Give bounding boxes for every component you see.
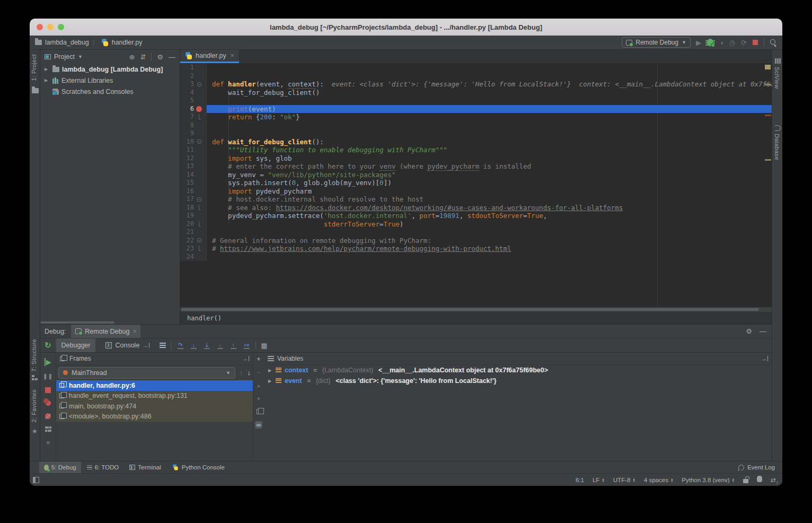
breadcrumb-project[interactable]: lambda_debug [45, 39, 89, 46]
debug-button[interactable] [707, 39, 713, 46]
code-line[interactable]: 13 # enter the correct path here to your… [180, 162, 772, 171]
fold-column[interactable] [194, 237, 206, 245]
gutter[interactable]: 7 [180, 113, 207, 121]
error-stripe[interactable] [764, 64, 772, 307]
tool-window-toggle-icon[interactable] [33, 477, 39, 483]
fold-column[interactable] [194, 129, 206, 138]
editor-tab-handler-py[interactable]: handler.py × [180, 50, 239, 63]
code-line[interactable]: 10def wait_for_debug_client(): [180, 138, 772, 146]
pause-program-button[interactable]: ❚❚ [43, 373, 53, 380]
code-line[interactable]: 1 [180, 64, 772, 72]
fold-column[interactable] [194, 121, 206, 130]
code-line[interactable]: 3def handler(event, context): event: <cl… [180, 80, 772, 89]
rerun-session-icon[interactable]: ↻ [45, 341, 51, 350]
close-tab-icon[interactable]: × [231, 52, 234, 59]
previous-frame-button[interactable]: ↑ [240, 369, 243, 377]
code-line[interactable]: 9 [180, 129, 772, 138]
expand-arrow-icon[interactable]: ▶ [268, 368, 272, 373]
fold-column[interactable] [194, 154, 206, 163]
step-over-button[interactable]: ↷ [176, 342, 184, 349]
profiler-button[interactable]: ◷ [729, 39, 735, 46]
project-tree-item[interactable]: ▶lambda_debug [Lambda Debug] [40, 64, 180, 75]
code-line[interactable]: 19 pydevd_pycharm.settrace('host.docker.… [180, 212, 772, 220]
code-line[interactable]: 15 sys.path.insert(0, glob.glob(my_venv)… [180, 179, 772, 187]
fold-end-icon[interactable] [199, 205, 199, 210]
code-line[interactable]: 7 return {200: "ok"} [180, 113, 772, 121]
fold-column[interactable] [194, 228, 206, 237]
move-down-button[interactable]: ▼ [257, 396, 261, 402]
move-up-button[interactable]: ▲ [257, 382, 261, 389]
close-window-button[interactable] [37, 24, 43, 30]
gutter[interactable]: 10 [180, 138, 207, 146]
variable-row[interactable]: ▶context = {LambdaContext} <__main__.Lam… [264, 365, 772, 376]
gear-icon[interactable]: ⚙ [746, 327, 752, 335]
code-editor[interactable]: 123def handler(event, context): event: <… [180, 64, 772, 307]
run-config-selector[interactable]: Remote Debug ▼ [622, 37, 691, 48]
status-item[interactable]: Python 3.8 (venv)▲▼ [682, 477, 735, 483]
gutter[interactable]: 13 [180, 162, 207, 171]
editor-hscrollbar[interactable] [180, 307, 772, 312]
stack-frame-row[interactable]: <module>, bootstrap.py:486 [56, 412, 253, 422]
code-line[interactable]: 16 import pydevd_pycharm [180, 187, 772, 196]
stripe-mark[interactable] [765, 159, 771, 161]
gutter[interactable]: 5 [180, 97, 207, 105]
expand-arrow-icon[interactable]: ▶ [45, 67, 50, 72]
run-button[interactable]: ▶ [696, 39, 701, 46]
status-item[interactable]: UTF-8▲▼ [613, 477, 636, 483]
gutter[interactable]: 17 [180, 195, 207, 204]
expand-arrow-icon[interactable]: ▶ [268, 379, 272, 383]
code-line[interactable]: 8 [180, 121, 772, 130]
gutter[interactable]: 1 [180, 64, 207, 72]
code-line[interactable]: 12 import sys, glob [180, 154, 772, 163]
evaluate-expression-icon[interactable]: ▦ [261, 342, 267, 350]
gutter[interactable]: 6 [180, 105, 207, 114]
project-hscrollbar[interactable] [40, 321, 114, 324]
tool-window-button-project[interactable]: 1: Project [31, 54, 37, 81]
chevron-down-icon[interactable]: ▼ [78, 54, 83, 59]
mute-breakpoints-button[interactable] [45, 413, 51, 419]
fold-column[interactable] [194, 179, 206, 187]
gutter[interactable]: 20 [180, 220, 207, 229]
stripe-mark[interactable] [765, 84, 771, 85]
gutter[interactable]: 16 [180, 187, 207, 196]
duplicate-watch-button[interactable] [257, 409, 261, 414]
fold-collapse-icon[interactable] [197, 238, 201, 242]
hide-panel-icon[interactable]: — [760, 327, 766, 335]
step-out-button[interactable]: ↑ [229, 342, 237, 349]
expand-arrow-icon[interactable]: ▶ [45, 78, 50, 83]
gutter[interactable]: 14 [180, 171, 207, 179]
fold-end-icon[interactable] [199, 114, 199, 119]
fold-column[interactable] [194, 253, 206, 262]
code-line[interactable]: 17 # host.docker.internal should resolve… [180, 195, 772, 204]
inspection-status-indicator[interactable] [765, 65, 771, 69]
remove-watch-button[interactable]: − [257, 369, 260, 376]
fold-column[interactable] [194, 89, 206, 97]
fold-column[interactable] [194, 204, 206, 212]
collapse-all-icon[interactable]: ⇵ [140, 53, 146, 61]
gutter[interactable]: 11 [180, 146, 207, 154]
tool-window-button-python-console[interactable]: Python Console [167, 461, 230, 473]
tool-window-button-terminal[interactable]: Terminal [125, 461, 165, 473]
execution-line[interactable]: 6 print(event) [180, 105, 772, 114]
debug-session-tab[interactable]: Remote Debug × [71, 325, 140, 338]
gutter[interactable]: 15 [180, 179, 207, 187]
breadcrumb-file[interactable]: handler.py [112, 39, 143, 46]
code-line[interactable]: 24 [180, 253, 772, 262]
tool-window-button-sciview[interactable]: SciView [774, 67, 780, 89]
stop-button[interactable] [753, 40, 758, 45]
step-into-button[interactable]: ↓ [189, 342, 198, 349]
fold-end-icon[interactable] [199, 221, 199, 226]
code-line[interactable]: 14 my_venv = "venv/lib/python*/site-pack… [180, 171, 772, 179]
highlighting-level-icon[interactable] [757, 477, 762, 482]
code-line[interactable]: 2 [180, 72, 772, 81]
code-line[interactable]: 18 # see also: https://docs.docker.com/d… [180, 204, 772, 212]
fold-column[interactable] [194, 105, 206, 114]
breakpoint-icon[interactable] [196, 106, 202, 112]
stack-frame-row[interactable]: main, bootstrap.py:474 [56, 401, 253, 412]
fold-collapse-icon[interactable] [197, 140, 201, 144]
minimize-window-button[interactable] [47, 24, 54, 30]
fold-column[interactable] [194, 162, 206, 171]
thread-selector[interactable]: MainThread ▼ [58, 367, 235, 379]
tab-console[interactable]: Console → [100, 338, 155, 352]
layout-menu-icon[interactable] [160, 343, 166, 348]
